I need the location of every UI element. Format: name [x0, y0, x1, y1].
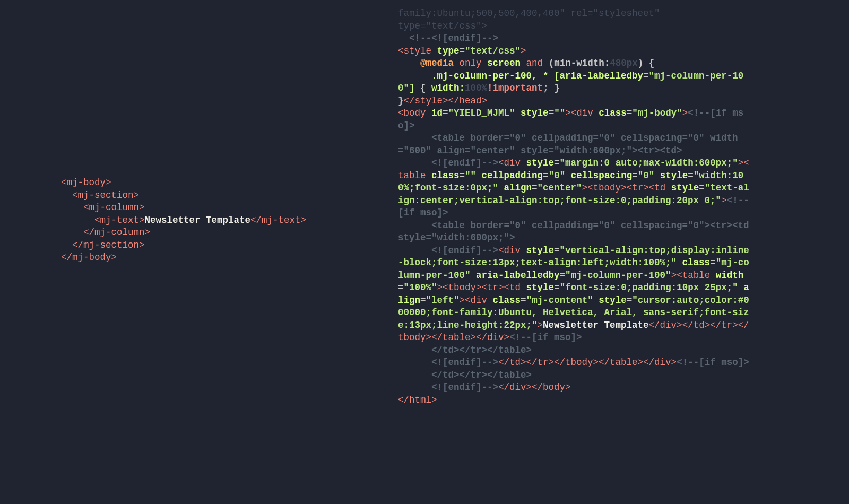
mj-column-close: </mj-column>	[83, 227, 150, 238]
html-close: </html>	[398, 395, 437, 405]
dim-partial-line: family:Ubuntu;500,500,400,400" rel="styl…	[398, 8, 660, 19]
mjml-code[interactable]: <mj-body> <mj-section> <mj-column> <mj-t…	[61, 177, 358, 264]
mj-body-close: </mj-body>	[61, 252, 117, 263]
mj-text-close: </mj-text>	[250, 215, 306, 225]
style-tag-open: <style	[398, 46, 431, 56]
mj-text-open: <mj-text>	[94, 215, 145, 225]
style-close: </style>	[404, 95, 448, 106]
mjml-source-pane: <mj-body> <mj-section> <mj-column> <mj-t…	[61, 177, 358, 264]
mj-section-close: </mj-section>	[72, 240, 145, 250]
html-output-pane: family:Ubuntu;500,500,400,400" rel="styl…	[398, 7, 751, 406]
at-media: @media	[420, 58, 454, 68]
newsletter-text-left: Newsletter Template	[145, 215, 251, 225]
mj-section-open: <mj-section>	[72, 190, 139, 201]
newsletter-text-right: Newsletter Template	[543, 320, 649, 331]
html-code[interactable]: family:Ubuntu;500,500,400,400" rel="styl…	[398, 7, 751, 406]
mj-column-open: <mj-column>	[83, 202, 145, 213]
body-close: </body>	[532, 382, 571, 393]
endif-comment: <!--<![endif]-->	[409, 33, 498, 44]
mj-body-open: <mj-body>	[61, 177, 111, 188]
head-close: </head>	[448, 95, 488, 106]
body-open: <body	[398, 108, 426, 118]
